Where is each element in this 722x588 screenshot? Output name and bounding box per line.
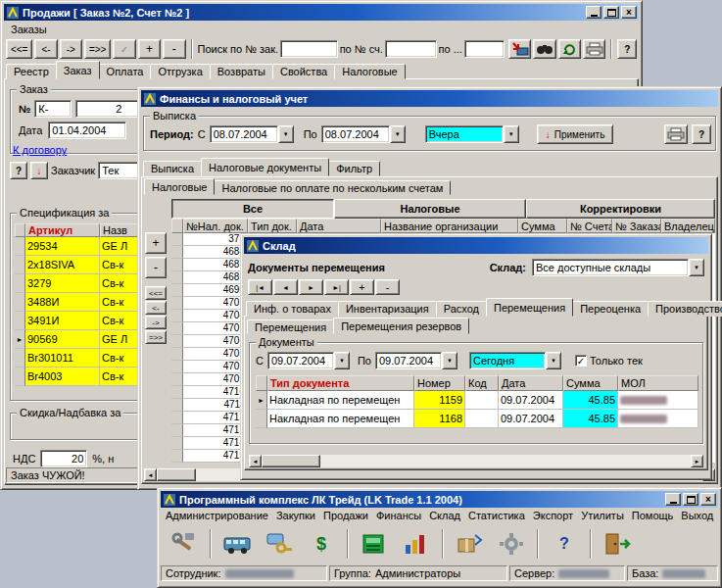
finance-titlebar[interactable]: Финансы и налоговый учет bbox=[141, 90, 718, 107]
doc-number-cell[interactable]: 4710 bbox=[183, 386, 248, 399]
doc-number-cell[interactable]: 4690 bbox=[183, 284, 248, 297]
warehouse-toolbar-button[interactable] bbox=[355, 526, 394, 562]
customer-select-button[interactable]: ↓ bbox=[30, 162, 48, 179]
maximize-button[interactable] bbox=[683, 493, 698, 506]
vat-input[interactable]: 20 bbox=[40, 450, 87, 467]
tab-zakaz[interactable]: Заказ bbox=[56, 61, 100, 79]
doc-number-cell[interactable]: 4712 bbox=[183, 412, 248, 424]
refresh-button[interactable] bbox=[558, 39, 581, 59]
contract-link[interactable]: К договору bbox=[13, 144, 67, 156]
menu-eksport[interactable]: Экспорт bbox=[529, 509, 577, 522]
doc-number-cell[interactable]: 4709 bbox=[183, 373, 248, 386]
exit-toolbar-button[interactable] bbox=[598, 526, 637, 562]
tab-nalogovye[interactable]: Налоговые bbox=[334, 64, 405, 79]
grid-remove-button[interactable]: - bbox=[145, 257, 167, 278]
doc-number-cell[interactable]: 4708 bbox=[183, 361, 248, 373]
menu-finansy[interactable]: Финансы bbox=[372, 509, 425, 522]
docs-to-combobox[interactable]: 09.07.2004 ▼ bbox=[375, 352, 457, 369]
menu-sklad[interactable]: Склад bbox=[425, 509, 464, 522]
export-toolbar-button[interactable] bbox=[450, 526, 489, 562]
grid-last-button[interactable]: =>> bbox=[145, 330, 167, 344]
sales-toolbar-button[interactable] bbox=[260, 526, 299, 562]
chevron-down-icon[interactable]: ▼ bbox=[546, 352, 561, 369]
tab-inventarizaciya[interactable]: Инвентаризация bbox=[338, 301, 437, 317]
find-button[interactable] bbox=[533, 39, 555, 59]
tab-reestr[interactable]: Реестр bbox=[6, 64, 57, 79]
grid-first-button[interactable]: <<= bbox=[145, 286, 167, 300]
nav-prev-button[interactable]: ◄ bbox=[273, 279, 298, 295]
scroll-left-icon[interactable]: ◄ bbox=[249, 455, 262, 467]
nav-first-button[interactable]: |◄ bbox=[248, 279, 272, 295]
doc-number-cell[interactable]: 4689 bbox=[183, 271, 248, 284]
finance-toolbar-button[interactable]: $ bbox=[302, 526, 341, 562]
subtab-nalogovye-po-oplate[interactable]: Налоговые по оплате по нескольким счетам bbox=[214, 180, 451, 195]
utilities-toolbar-button[interactable] bbox=[492, 526, 531, 562]
add-record-button[interactable]: + bbox=[138, 39, 161, 59]
section-nalogovye[interactable]: Налоговые bbox=[334, 199, 526, 219]
chevron-down-icon[interactable]: ▼ bbox=[334, 352, 350, 369]
doc-number-cell[interactable]: 4713 bbox=[183, 424, 248, 437]
docs-preset-combobox[interactable]: Сегодня ▼ bbox=[469, 352, 561, 369]
search-invoice-input[interactable] bbox=[385, 40, 437, 58]
document-row-current[interactable]: ► Накладная по перемещен 1159 09.07.2004… bbox=[256, 391, 698, 410]
tab-pereocenka[interactable]: Переоценка bbox=[572, 301, 649, 317]
apply-button[interactable]: ↓ Применить bbox=[537, 124, 614, 144]
search-order-input[interactable] bbox=[280, 40, 338, 58]
menu-orders[interactable]: Заказы bbox=[5, 23, 53, 36]
doc-number-cell[interactable]: 4715 bbox=[183, 450, 248, 463]
chevron-down-icon[interactable]: ▼ bbox=[442, 352, 457, 369]
tab-oplata[interactable]: Оплата bbox=[99, 64, 152, 79]
help-button[interactable]: ? bbox=[617, 39, 637, 59]
doc-number-cell[interactable]: 4704 bbox=[183, 310, 248, 322]
tab-inf-o-tovarah[interactable]: Инф. о товарах bbox=[246, 301, 339, 317]
subtab-peremescheniya[interactable]: Перемещения bbox=[247, 319, 334, 334]
tab-peremescheniya[interactable]: Перемещения bbox=[486, 298, 573, 317]
chevron-down-icon[interactable]: ▼ bbox=[390, 125, 406, 143]
admin-toolbar-button[interactable] bbox=[165, 526, 204, 562]
tab-proizvodstvo[interactable]: Производство bbox=[648, 301, 722, 317]
tab-vypiska[interactable]: Выписка bbox=[143, 161, 202, 176]
sales-titlebar[interactable]: Продажи [ Заказ №2, Счет №2 ] × bbox=[4, 4, 639, 21]
nav-add-button[interactable]: + bbox=[350, 279, 374, 295]
period-to-combobox[interactable]: 08.07.2004 ▼ bbox=[321, 125, 406, 143]
order-date-input[interactable]: 01.04.2004 bbox=[48, 122, 126, 139]
chevron-down-icon[interactable]: ▼ bbox=[278, 125, 294, 143]
minimize-button[interactable] bbox=[586, 6, 602, 19]
doc-number-cell[interactable]: 4703 bbox=[183, 297, 248, 310]
import-button[interactable] bbox=[508, 39, 531, 59]
doc-number-cell[interactable]: 4706 bbox=[183, 335, 248, 348]
section-vse[interactable]: Все bbox=[171, 199, 334, 219]
menu-statistika[interactable]: Статистика bbox=[464, 509, 529, 522]
warehouse-combobox[interactable]: Все доступные склады ▼ bbox=[532, 259, 704, 276]
doc-number-cell[interactable]: 373 bbox=[183, 233, 248, 246]
scroll-thumb[interactable] bbox=[157, 468, 196, 481]
docs-from-combobox[interactable]: 09.07.2004 ▼ bbox=[267, 352, 350, 369]
section-korrektirovki[interactable]: Корректировки bbox=[526, 199, 715, 219]
grid-add-button[interactable]: + bbox=[145, 232, 167, 254]
document-row[interactable]: Накладная по перемещен 1168 09.07.2004 4… bbox=[256, 410, 698, 428]
customer-help-button[interactable]: ? bbox=[10, 162, 27, 179]
minimize-button[interactable] bbox=[665, 493, 681, 506]
chevron-down-icon[interactable]: ▼ bbox=[689, 259, 704, 276]
search-other-input[interactable] bbox=[464, 40, 505, 58]
menu-pomosch[interactable]: Помощь bbox=[628, 509, 678, 522]
main-titlebar[interactable]: Программный комплекс ЛК Трейд (LK Trade … bbox=[161, 491, 718, 508]
print-button[interactable] bbox=[583, 39, 605, 59]
nav-next-button[interactable]: ► bbox=[299, 279, 323, 295]
grid-prev-button[interactable]: <- bbox=[145, 301, 167, 315]
purchases-toolbar-button[interactable] bbox=[217, 526, 257, 562]
scroll-left-icon[interactable]: ◄ bbox=[144, 468, 157, 481]
warehouse-titlebar[interactable]: Склад bbox=[244, 237, 708, 254]
order-no-prefix-input[interactable]: К- bbox=[34, 100, 72, 118]
subtab-nalogovye[interactable]: Налоговые bbox=[144, 178, 215, 195]
nav-last-button[interactable]: ►| bbox=[324, 279, 349, 295]
maximize-button[interactable] bbox=[603, 6, 619, 19]
help-toolbar-button[interactable]: ? bbox=[545, 526, 584, 562]
tab-rashod[interactable]: Расход bbox=[436, 301, 487, 317]
doc-number-cell[interactable]: 4684 bbox=[183, 246, 248, 259]
period-preset-combobox[interactable]: Вчера ▼ bbox=[425, 125, 519, 143]
close-button[interactable]: × bbox=[700, 493, 716, 506]
tab-nalogovye-dokumenty[interactable]: Налоговые документы bbox=[201, 158, 329, 176]
scroll-right-icon[interactable]: ► bbox=[691, 455, 703, 467]
doc-number-cell[interactable]: 4705 bbox=[183, 322, 248, 335]
